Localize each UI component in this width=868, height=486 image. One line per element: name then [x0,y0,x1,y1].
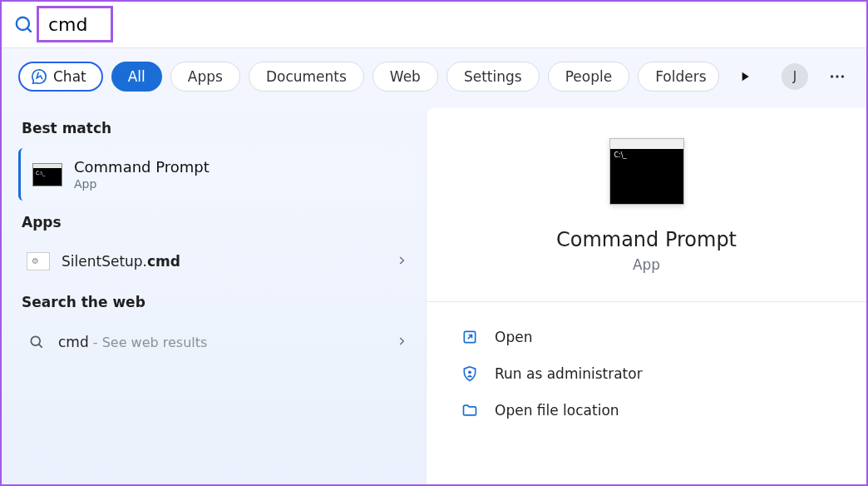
search-icon [27,332,47,352]
search-web-header: Search the web [22,294,416,310]
best-match-result[interactable]: Command Prompt App [18,148,416,201]
search-input-wrap [42,11,855,38]
detail-pane: Command Prompt App Open Run as administr… [426,108,866,484]
apps-header: Apps [22,214,416,231]
tab-people[interactable]: People [548,62,629,92]
web-result-label: cmd - See web results [58,334,207,350]
svg-line-6 [39,345,42,348]
tab-chat-label: Chat [53,68,86,85]
detail-title: Command Prompt [460,228,833,251]
bing-chat-icon [30,67,48,86]
action-location-label: Open file location [495,402,619,419]
content-area: Best match Command Prompt App Apps Silen… [2,107,866,484]
header-right-controls: J [782,63,850,90]
play-arrow-icon [738,70,752,83]
app-result-prefix: SilentSetup. [62,253,147,270]
web-result-term: cmd [58,334,89,350]
svg-point-2 [831,75,833,77]
action-open[interactable]: Open [460,319,833,355]
action-open-location[interactable]: Open file location [460,392,833,429]
scroll-right-button[interactable] [734,66,756,87]
tab-folders[interactable]: Folders [638,62,718,92]
cmd-file-icon [27,252,50,270]
command-prompt-large-icon [609,138,684,205]
detail-subtitle: App [460,256,833,273]
best-match-header: Best match [22,120,416,136]
more-menu-button[interactable] [825,64,850,89]
svg-point-4 [841,75,844,77]
user-avatar[interactable]: J [782,63,808,90]
tab-people-label: People [565,68,612,85]
chevron-right-icon [396,254,407,270]
tab-web-label: Web [390,68,421,85]
tab-documents[interactable]: Documents [249,62,364,92]
search-bar [2,2,866,48]
web-result-hint: - See web results [89,335,208,350]
shield-admin-icon [460,364,480,384]
more-horizontal-icon [828,67,846,86]
action-admin-label: Run as administrator [495,365,643,382]
tab-settings[interactable]: Settings [446,62,540,92]
action-run-admin[interactable]: Run as administrator [460,355,833,392]
svg-point-5 [31,336,40,345]
app-result-bold: cmd [147,253,180,270]
tab-folders-label: Folders [655,68,706,85]
open-external-icon [460,327,480,347]
detail-icon-wrap [460,138,833,205]
search-input[interactable] [42,11,855,38]
tab-apps-label: Apps [188,68,223,85]
tab-all[interactable]: All [111,62,162,92]
avatar-initial: J [793,69,796,84]
svg-point-3 [836,75,838,77]
tab-documents-label: Documents [266,68,347,85]
best-match-subtitle: App [74,177,210,191]
best-match-text: Command Prompt App [74,158,210,191]
web-result-cmd[interactable]: cmd - See web results [18,322,416,362]
svg-point-8 [468,370,471,374]
tab-chat[interactable]: Chat [18,62,103,92]
filter-tabs: Chat All Apps Documents Web Settings Peo… [2,48,866,107]
tab-apps[interactable]: Apps [170,62,240,92]
divider [427,301,866,302]
search-icon [13,14,35,36]
svg-line-1 [27,28,32,32]
folder-icon [460,400,480,420]
results-pane: Best match Command Prompt App Apps Silen… [2,107,426,484]
command-prompt-icon [32,163,62,186]
svg-point-0 [17,17,29,29]
best-match-title: Command Prompt [74,158,210,176]
action-open-label: Open [495,329,532,345]
tab-web[interactable]: Web [372,62,438,92]
tab-all-label: All [128,68,145,85]
app-result-silentsetup[interactable]: SilentSetup.cmd [18,242,416,280]
chevron-right-icon [396,335,407,350]
tab-settings-label: Settings [464,68,522,85]
app-result-label: SilentSetup.cmd [62,253,180,270]
